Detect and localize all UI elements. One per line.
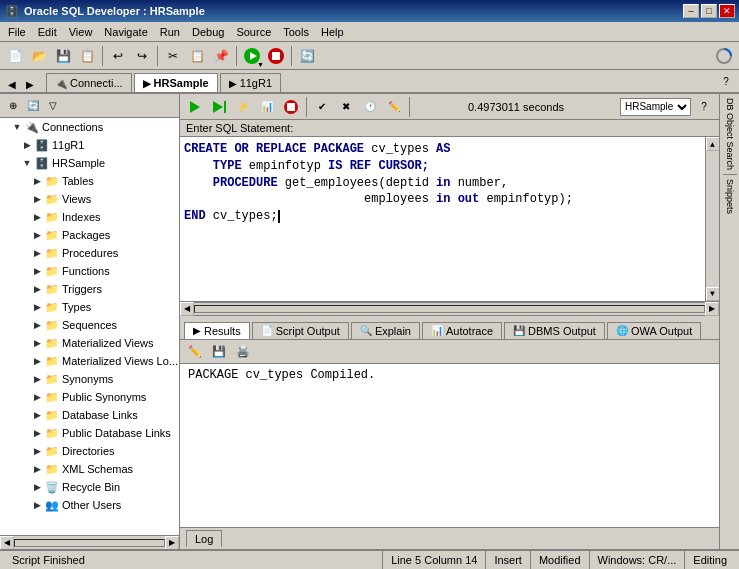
nav-back-button[interactable]: ◀ <box>4 76 20 92</box>
format-button[interactable]: ✏️ <box>383 97 405 117</box>
code-hscroll[interactable]: ◀ ▶ <box>180 302 719 316</box>
menu-item-view[interactable]: View <box>63 24 99 40</box>
tree-item-synonyms[interactable]: ▶ 📁 Synonyms <box>0 370 179 388</box>
tree-item-types[interactable]: ▶ 📁 Types <box>0 298 179 316</box>
menu-item-help[interactable]: Help <box>315 24 350 40</box>
tab-hrsample[interactable]: ▶HRSample <box>134 73 218 92</box>
close-button[interactable]: ✕ <box>719 4 735 18</box>
menu-item-run[interactable]: Run <box>154 24 186 40</box>
expander-tables[interactable]: ▶ <box>30 176 44 186</box>
expander-matviews-log[interactable]: ▶ <box>30 356 44 366</box>
refresh-button[interactable]: 🔄 <box>296 45 318 67</box>
tab-11gr1[interactable]: ▶11gR1 <box>220 73 281 92</box>
expander-synonyms[interactable]: ▶ <box>30 374 44 384</box>
expander-packages[interactable]: ▶ <box>30 230 44 240</box>
expander-directories[interactable]: ▶ <box>30 446 44 456</box>
tree-item-connections[interactable]: ▼ 🔌 Connections <box>0 118 179 136</box>
code-scroll-down[interactable]: ▼ <box>706 287 720 301</box>
tab-autotrace[interactable]: 📊 Autotrace <box>422 322 502 339</box>
maximize-button[interactable]: □ <box>701 4 717 18</box>
result-print-button[interactable]: 🖨️ <box>232 341 254 361</box>
scroll-left-btn[interactable]: ◀ <box>0 536 14 550</box>
tree-item-matviews-log[interactable]: ▶ 📁 Materialized Views Lo... <box>0 352 179 370</box>
tree-item-procedures[interactable]: ▶ 📁 Procedures <box>0 244 179 262</box>
log-tab[interactable]: Log <box>186 530 222 547</box>
autotrace-button[interactable]: 📊 <box>256 97 278 117</box>
expander-pubdblinks[interactable]: ▶ <box>30 428 44 438</box>
tab-results[interactable]: ▶ Results <box>184 322 250 339</box>
tree-item-pubdblinks[interactable]: ▶ 📁 Public Database Links <box>0 424 179 442</box>
expander-xmlschemas[interactable]: ▶ <box>30 464 44 474</box>
run-script-button[interactable] <box>208 97 230 117</box>
stop-button[interactable] <box>265 45 287 67</box>
code-hscroll-track[interactable] <box>194 305 705 313</box>
refresh-connections-button[interactable]: 🔄 <box>24 97 42 115</box>
tree-item-indexes[interactable]: ▶ 📁 Indexes <box>0 208 179 226</box>
tab-explain[interactable]: 🔍 Explain <box>351 322 420 339</box>
code-scroll-track-v[interactable] <box>707 151 719 287</box>
tree-item-pubsynonyms[interactable]: ▶ 📁 Public Synonyms <box>0 388 179 406</box>
result-edit-button[interactable]: ✏️ <box>184 341 206 361</box>
tree-item-matviews[interactable]: ▶ 📁 Materialized Views <box>0 334 179 352</box>
expander-11gr1[interactable]: ▶ <box>20 140 34 150</box>
left-panel-hscroll[interactable]: ◀ ▶ <box>0 535 179 549</box>
save-button[interactable]: 💾 <box>52 45 74 67</box>
tree-item-packages[interactable]: ▶ 📁 Packages <box>0 226 179 244</box>
result-save-button[interactable]: 💾 <box>208 341 230 361</box>
tree-item-tables[interactable]: ▶ 📁 Tables <box>0 172 179 190</box>
stop-sql-button[interactable] <box>280 97 302 117</box>
menu-item-tools[interactable]: Tools <box>277 24 315 40</box>
tree-item-views[interactable]: ▶ 📁 Views <box>0 190 179 208</box>
expander-procedures[interactable]: ▶ <box>30 248 44 258</box>
new-button[interactable]: 📄 <box>4 45 26 67</box>
code-editor[interactable]: CREATE OR REPLACE PACKAGE cv_types AS TY… <box>180 137 719 302</box>
tab-dbms-output[interactable]: 💾 DBMS Output <box>504 322 605 339</box>
menu-item-source[interactable]: Source <box>230 24 277 40</box>
cut-button[interactable]: ✂ <box>162 45 184 67</box>
expander-pubsynonyms[interactable]: ▶ <box>30 392 44 402</box>
tree-item-xmlschemas[interactable]: ▶ 📁 XML Schemas <box>0 460 179 478</box>
run-button[interactable]: ▼ <box>241 45 263 67</box>
tree-item-otherusers[interactable]: ▶ 👥 Other Users <box>0 496 179 514</box>
code-scroll-left[interactable]: ◀ <box>180 302 194 316</box>
menu-item-navigate[interactable]: Navigate <box>98 24 153 40</box>
rollback-button[interactable]: ✖ <box>335 97 357 117</box>
expander-hrsample[interactable]: ▼ <box>20 158 34 168</box>
code-scroll-up[interactable]: ▲ <box>706 137 720 151</box>
expander-dblinks[interactable]: ▶ <box>30 410 44 420</box>
redo-button[interactable]: ↪ <box>131 45 153 67</box>
code-vscroll[interactable]: ▲ ▼ <box>705 137 719 301</box>
tree-item-recyclebin[interactable]: ▶ 🗑️ Recycle Bin <box>0 478 179 496</box>
tab-connections[interactable]: 🔌Connecti... <box>46 73 132 92</box>
tree-item-sequences[interactable]: ▶ 📁 Sequences <box>0 316 179 334</box>
new-connection-button[interactable]: ⊕ <box>4 97 22 115</box>
paste-button[interactable]: 📌 <box>210 45 232 67</box>
tab-script-output[interactable]: 📄 Script Output <box>252 322 349 339</box>
expander-connections[interactable]: ▼ <box>10 122 24 132</box>
tree-item-11gr1[interactable]: ▶ 🗄️ 11gR1 <box>0 136 179 154</box>
tab-owa-output[interactable]: 🌐 OWA Output <box>607 322 701 339</box>
save-all-button[interactable]: 📋 <box>76 45 98 67</box>
scroll-track[interactable] <box>14 539 165 547</box>
snippets-panel[interactable]: Snippets <box>723 175 737 218</box>
expander-types[interactable]: ▶ <box>30 302 44 312</box>
menu-item-edit[interactable]: Edit <box>32 24 63 40</box>
help-button[interactable]: ? <box>717 70 735 92</box>
connection-select[interactable]: HRSample <box>620 98 691 116</box>
tree-item-directories[interactable]: ▶ 📁 Directories <box>0 442 179 460</box>
code-scroll-right[interactable]: ▶ <box>705 302 719 316</box>
expander-triggers[interactable]: ▶ <box>30 284 44 294</box>
sql-history-button[interactable]: 🕐 <box>359 97 381 117</box>
expander-sequences[interactable]: ▶ <box>30 320 44 330</box>
nav-forward-button[interactable]: ▶ <box>22 76 38 92</box>
commit-button[interactable]: ✔ <box>311 97 333 117</box>
tree-item-dblinks[interactable]: ▶ 📁 Database Links <box>0 406 179 424</box>
expander-recyclebin[interactable]: ▶ <box>30 482 44 492</box>
expander-functions[interactable]: ▶ <box>30 266 44 276</box>
minimize-button[interactable]: – <box>683 4 699 18</box>
expander-matviews[interactable]: ▶ <box>30 338 44 348</box>
undo-button[interactable]: ↩ <box>107 45 129 67</box>
connection-help-btn[interactable]: ? <box>693 97 715 117</box>
copy-button[interactable]: 📋 <box>186 45 208 67</box>
run-sql-button[interactable] <box>184 97 206 117</box>
